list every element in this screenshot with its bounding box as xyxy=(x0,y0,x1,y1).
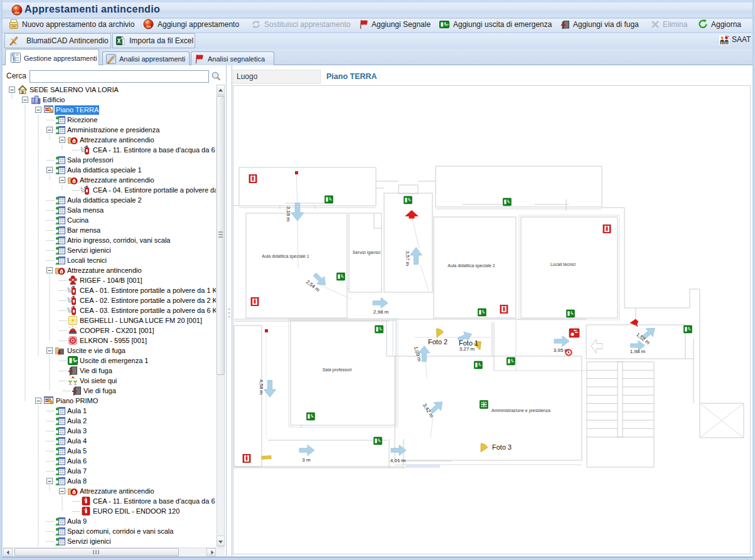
svg-text:Aula 8: Aula 8 xyxy=(67,477,87,485)
svg-text:3 m: 3 m xyxy=(302,457,311,463)
svg-text:RIGEF - 104/B [001]: RIGEF - 104/B [001] xyxy=(80,277,142,284)
svg-text:Vie di fuga: Vie di fuga xyxy=(80,367,113,374)
svg-text:Aula 5: Aula 5 xyxy=(67,447,87,455)
svg-text:Piano PRIMO: Piano PRIMO xyxy=(56,397,99,404)
svg-text:3,95 m: 3,95 m xyxy=(554,347,569,353)
svg-text:3,27 m: 3,27 m xyxy=(459,346,475,352)
svg-text:Amministrazione e presidenza: Amministrazione e presidenza xyxy=(67,126,160,134)
svg-text:Sala professori: Sala professori xyxy=(323,367,352,372)
svg-text:Aula 7: Aula 7 xyxy=(67,467,87,475)
svg-text:Cucina: Cucina xyxy=(67,216,89,224)
svg-text:Foto 2: Foto 2 xyxy=(428,338,447,346)
svg-text:Servizi igienici: Servizi igienici xyxy=(67,537,111,545)
svg-text:Spazi comuni, corridoi e vani: Spazi comuni, corridoi e vani scala xyxy=(67,527,174,535)
svg-text:Attrezzature antincendio: Attrezzature antincendio xyxy=(80,136,154,144)
svg-text:Edificio: Edificio xyxy=(43,96,65,103)
svg-text:ELKRON - 5955 [001]: ELKRON - 5955 [001] xyxy=(80,337,147,344)
svg-text:CEA - 11. Estintore a base d'a: CEA - 11. Estintore a base d'acqua da 6 … xyxy=(93,497,216,505)
svg-text:SEDE SALERNO VIA LORIA: SEDE SALERNO VIA LORIA xyxy=(29,86,119,93)
svg-text:Aula didattica speciale 1: Aula didattica speciale 1 xyxy=(67,166,142,174)
svg-text:Amministrazione e presidenza: Amministrazione e presidenza xyxy=(491,408,550,413)
svg-text:Locali tecnici: Locali tecnici xyxy=(67,256,107,264)
svg-text:Attrezzature antincendio: Attrezzature antincendio xyxy=(80,487,154,495)
svg-text:BEGHELLI - LUNGA LUCE FM 20 [0: BEGHELLI - LUNGA LUCE FM 20 [001] xyxy=(80,317,202,324)
svg-text:Atrio ingresso, corridoi, vani: Atrio ingresso, corridoi, vani scala xyxy=(67,236,171,244)
svg-text:Piano TERRA: Piano TERRA xyxy=(56,106,99,114)
svg-text:4,58 m: 4,58 m xyxy=(259,379,264,395)
svg-text:3,16 m: 3,16 m xyxy=(286,206,291,222)
svg-text:1,98 m: 1,98 m xyxy=(630,349,646,354)
svg-text:Sala professori: Sala professori xyxy=(67,156,113,164)
svg-text:Aula 6: Aula 6 xyxy=(67,457,87,465)
svg-text:Uscite e vie di fuga: Uscite e vie di fuga xyxy=(67,347,126,354)
svg-text:Voi siete qui: Voi siete qui xyxy=(80,377,117,384)
svg-text:Aula 2: Aula 2 xyxy=(67,417,87,425)
svg-text:4,01 m: 4,01 m xyxy=(390,458,406,463)
svg-text:CEA - 01. Estintore portatile: CEA - 01. Estintore portatile a polvere … xyxy=(80,287,216,294)
svg-text:Bar mensa: Bar mensa xyxy=(67,226,101,234)
svg-text:CEA - 02. Estintore portatile: CEA - 02. Estintore portatile a polvere … xyxy=(80,297,216,304)
svg-text:3,57 m: 3,57 m xyxy=(405,251,410,267)
svg-text:Uscite di emergenza 1: Uscite di emergenza 1 xyxy=(80,357,148,364)
svg-text:Ricezione: Ricezione xyxy=(67,116,97,124)
svg-text:COOPER - CX201 [001]: COOPER - CX201 [001] xyxy=(80,327,154,334)
svg-text:Vie di fuga: Vie di fuga xyxy=(83,387,117,394)
svg-text:CEA - 04. Estintore portatile: CEA - 04. Estintore portatile a polvere … xyxy=(93,186,216,194)
svg-text:Servizi igienici: Servizi igienici xyxy=(67,246,111,254)
svg-text:Foto 3: Foto 3 xyxy=(492,443,511,451)
svg-text:2,98 m: 2,98 m xyxy=(373,309,389,315)
svg-text:Aula 9: Aula 9 xyxy=(67,517,87,525)
svg-text:Aula didattica speciale 1: Aula didattica speciale 1 xyxy=(262,254,309,259)
svg-text:Aula 4: Aula 4 xyxy=(67,437,87,445)
svg-text:Sala mensa: Sala mensa xyxy=(67,206,104,214)
svg-text:Aula didattica speciale 2: Aula didattica speciale 2 xyxy=(67,196,142,204)
svg-text:Aula didattica speciale 2: Aula didattica speciale 2 xyxy=(447,263,495,268)
svg-text:Aula 1: Aula 1 xyxy=(67,407,87,415)
svg-text:CEA - 11. Estintore a base d'a: CEA - 11. Estintore a base d'acqua da 6 … xyxy=(93,146,216,154)
svg-text:Locali tecnici: Locali tecnici xyxy=(550,262,576,267)
svg-text:CEA - 03. Estintore portatile: CEA - 03. Estintore portatile a polvere … xyxy=(80,307,216,314)
svg-text:Aula 3: Aula 3 xyxy=(67,427,87,435)
svg-text:Foto 1: Foto 1 xyxy=(459,339,478,347)
svg-text:Attrezzature antincendio: Attrezzature antincendio xyxy=(67,267,142,274)
svg-text:EURO EDIL - ENDOOR 120: EURO EDIL - ENDOOR 120 xyxy=(93,507,179,515)
svg-text:Attrezzature antincendio: Attrezzature antincendio xyxy=(80,176,154,184)
svg-text:Servizi igienici: Servizi igienici xyxy=(353,250,381,255)
